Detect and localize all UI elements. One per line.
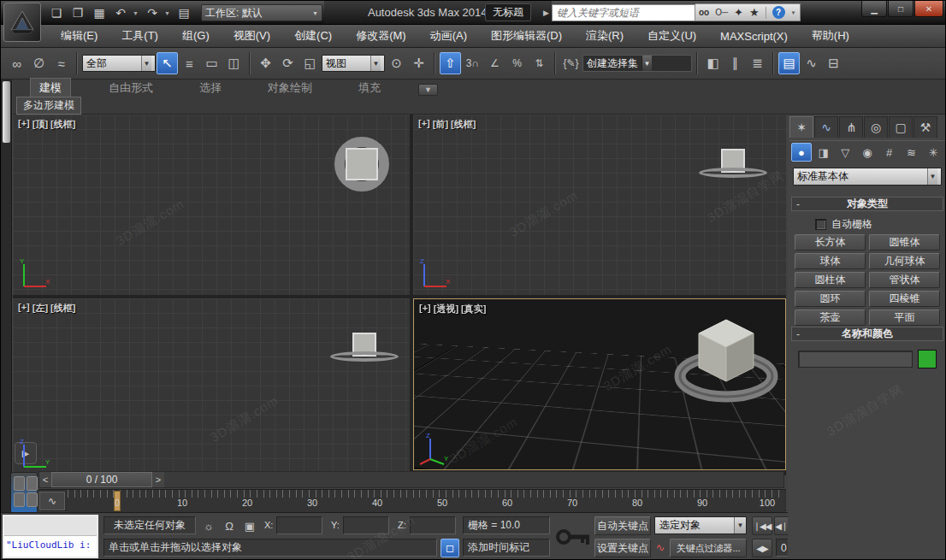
curve-editor-icon[interactable] [801, 52, 822, 74]
tab-hierarchy-icon[interactable] [839, 116, 863, 138]
communication-center-icon[interactable] [734, 6, 743, 19]
menu-help[interactable]: 帮助(H) [800, 25, 861, 47]
align-icon[interactable] [724, 52, 746, 74]
select-and-link-icon[interactable] [6, 52, 27, 74]
menu-maxscript[interactable]: MAXScript(X) [708, 27, 800, 46]
viewport-shading-button[interactable]: [线框] [50, 302, 75, 315]
menu-create[interactable]: 创建(C) [282, 25, 344, 47]
tab-modify-icon[interactable] [814, 116, 838, 138]
add-time-tag[interactable]: 添加时间标记 [463, 539, 550, 557]
ribbon-tab-populate[interactable]: 填充 [350, 79, 389, 97]
unlink-selection-icon[interactable] [28, 52, 50, 74]
menu-animation[interactable]: 动画(A) [418, 25, 479, 47]
set-key-mode-key-icon[interactable] [555, 518, 591, 556]
menu-modifiers[interactable]: 修改器(M) [344, 25, 418, 47]
viewport-view-button[interactable]: [顶] [33, 118, 48, 131]
undo-dropdown-icon[interactable] [133, 10, 140, 16]
category-cameras-icon[interactable] [857, 143, 878, 162]
selection-filter-dropdown[interactable]: 全部 [82, 55, 156, 72]
tab-utilities-icon[interactable] [913, 116, 937, 138]
track-bar[interactable]: 0 10 20 30 40 50 60 70 80 90 100 [38, 489, 786, 511]
close-button[interactable] [914, 1, 943, 17]
viewport-view-button[interactable]: [前] [433, 118, 448, 131]
menu-edit[interactable]: 编辑(E) [49, 25, 109, 47]
schematic-view-icon[interactable] [823, 52, 844, 74]
box-top-view[interactable] [346, 148, 378, 180]
pyramid-button[interactable]: 四棱锥 [869, 291, 940, 307]
select-and-rotate-icon[interactable] [277, 52, 299, 74]
next-frame-button[interactable]: > [152, 472, 164, 487]
menu-customize[interactable]: 自定义(U) [636, 25, 708, 47]
redo-icon[interactable] [143, 3, 162, 22]
menu-tools[interactable]: 工具(T) [109, 25, 170, 47]
collapse-icon[interactable]: - [796, 198, 800, 210]
ribbon-minimize-dropdown-icon[interactable] [418, 84, 438, 96]
viewport-menu-button[interactable]: [+] [18, 118, 30, 131]
previous-frame-button[interactable]: < [39, 472, 51, 487]
autogrid-checkbox[interactable] [815, 219, 826, 230]
maxscript-mini-listener[interactable]: "LiuCloudLib i: [3, 515, 98, 558]
select-and-move-icon[interactable] [255, 52, 276, 74]
track-bar-ruler[interactable]: 0 10 20 30 40 50 60 70 80 90 100 [68, 490, 784, 512]
ribbon-panel-polygon-modeling[interactable]: 多边形建模 [16, 97, 81, 115]
named-selection-set-dropdown[interactable]: 创建选择集 [582, 55, 692, 72]
set-key-button[interactable]: 设置关键点 [594, 539, 651, 557]
category-space-warps-icon[interactable] [902, 143, 922, 162]
plane-button[interactable]: 平面 [869, 309, 940, 326]
edit-named-selection-sets-icon[interactable] [560, 52, 582, 74]
key-mode-toggle-icon[interactable] [752, 539, 772, 557]
x-coordinate-field[interactable] [276, 516, 322, 534]
collapse-icon[interactable]: - [796, 328, 800, 340]
viewport-view-button[interactable]: [左] [33, 302, 48, 315]
help-icon[interactable]: ? [772, 6, 785, 19]
selected-objects-dropdown[interactable]: 选定对象 [654, 516, 747, 534]
category-systems-icon[interactable] [923, 143, 943, 162]
select-object-icon[interactable] [157, 52, 178, 74]
menu-views[interactable]: 视图(V) [222, 25, 282, 47]
time-slider[interactable]: < 0 / 100 > [38, 471, 784, 488]
workspace-dropdown[interactable]: 工作区: 默认 [201, 4, 322, 21]
geometry-category-dropdown[interactable]: 标准基本体 [793, 168, 942, 186]
menu-graph-editors[interactable]: 图形编辑器(D) [479, 25, 574, 47]
key-filters-button[interactable]: 关键点过滤器... [670, 539, 747, 557]
viewport-layout-tabs[interactable] [10, 472, 38, 514]
tab-motion-icon[interactable] [864, 116, 888, 138]
open-file-icon[interactable] [68, 3, 87, 22]
percent-snap-icon[interactable] [506, 52, 528, 74]
reference-coordinate-dropdown[interactable]: 视图 [322, 55, 385, 72]
maximize-button[interactable] [888, 1, 913, 17]
viewport-shading-button[interactable]: [线框] [50, 118, 75, 131]
mirror-icon[interactable] [702, 52, 724, 74]
search-input[interactable] [552, 4, 695, 21]
isolate-selection-icon[interactable] [440, 539, 459, 557]
cone-button[interactable]: 圆锥体 [869, 234, 940, 251]
absolute-mode-transform-icon[interactable] [240, 517, 259, 534]
ribbon-tab-selection[interactable]: 选择 [191, 79, 230, 97]
use-pivot-point-center-icon[interactable] [386, 52, 407, 74]
manage-layers-icon[interactable] [747, 52, 768, 74]
torus-button[interactable]: 圆环 [795, 291, 866, 307]
object-name-field[interactable] [798, 351, 913, 368]
sphere-button[interactable]: 球体 [795, 253, 866, 269]
viewport-left[interactable]: [+] [左] [线框] Z Y [13, 298, 410, 475]
menu-rendering[interactable]: 渲染(R) [574, 25, 636, 47]
new-scene-icon[interactable] [47, 3, 66, 22]
select-and-manipulate-icon[interactable] [408, 52, 429, 74]
new-key-default-in-out-tangents-icon[interactable] [653, 539, 668, 556]
graphite-ribbon-toggle-icon[interactable] [778, 52, 800, 74]
window-crossing-icon[interactable] [223, 52, 245, 74]
auto-key-button[interactable]: 自动关键点 [594, 516, 651, 535]
name-color-rollout-header[interactable]: - 名称和颜色 [791, 327, 943, 341]
go-to-start-icon[interactable] [752, 516, 772, 535]
tab-display-icon[interactable] [889, 116, 913, 138]
tube-button[interactable]: 管状体 [869, 272, 940, 288]
tab-create-icon[interactable] [789, 116, 813, 138]
favorites-star-icon[interactable] [749, 6, 760, 19]
ribbon-tab-freeform[interactable]: 自由形式 [100, 79, 162, 97]
project-folder-icon[interactable] [174, 3, 193, 22]
left-scroll-strip[interactable] [1, 80, 12, 514]
save-file-icon[interactable] [90, 3, 109, 22]
selection-lock-highlight-icon[interactable] [199, 517, 218, 534]
object-type-rollout-header[interactable]: - 对象类型 [791, 197, 943, 211]
select-by-name-icon[interactable] [179, 52, 200, 74]
